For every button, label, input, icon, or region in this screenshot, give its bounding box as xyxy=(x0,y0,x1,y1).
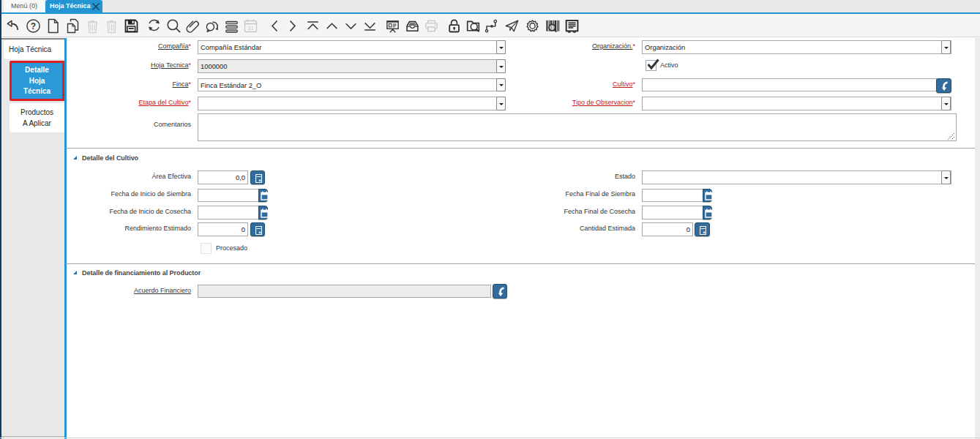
svg-text:?: ? xyxy=(31,21,36,31)
svg-text:31: 31 xyxy=(247,25,253,31)
